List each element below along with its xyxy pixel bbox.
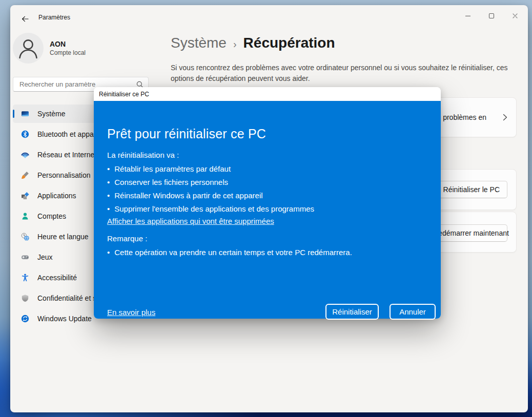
maximize-icon: [487, 12, 496, 20]
sidebar-item-label: Applications: [37, 192, 76, 200]
dialog-bullet: Conserver les fichiers personnels: [107, 176, 314, 189]
sidebar-item-label: Personnalisation: [37, 171, 91, 179]
dialog-title: Réinitialiser ce PC: [99, 91, 149, 98]
dialog-body: Prêt pour réinitialiser ce PC La réiniti…: [94, 101, 441, 319]
dialog-bullet-list: Rétablir les paramètres par défaut Conse…: [107, 162, 314, 216]
troubleshoot-card-text: problèmes en: [443, 113, 486, 121]
account-name: AON: [50, 39, 86, 49]
chevron-right-icon: [501, 113, 509, 121]
dialog-bullet: Supprimer l'ensemble des applications et…: [107, 202, 314, 216]
personalization-icon: [21, 171, 29, 179]
privacy-icon: [21, 294, 29, 302]
network-icon: [21, 151, 29, 159]
sidebar-item-label: Windows Update: [37, 315, 92, 323]
dialog-bullet: Réinstaller Windows à partir de cet appa…: [107, 189, 314, 202]
dialog-heading: Prêt pour réinitialiser ce PC: [107, 127, 266, 141]
breadcrumb-parent[interactable]: Système: [171, 35, 227, 51]
close-icon: [511, 12, 519, 20]
page-description: Si vous rencontrez des problèmes avec vo…: [171, 62, 510, 84]
sidebar-item-label: Système: [37, 110, 65, 118]
remark-label: Remarque :: [107, 234, 147, 243]
reset-pc-dialog: Réinitialiser ce PC Prêt pour réinitiali…: [94, 87, 441, 319]
remark-bullet: Cette opération va prendre un certain te…: [107, 246, 352, 259]
maximize-button[interactable]: [480, 7, 503, 25]
accounts-icon: [21, 212, 29, 220]
minimize-icon: [464, 12, 472, 20]
reset-pc-button[interactable]: Réinitialiser le PC: [436, 181, 507, 198]
accessibility-icon: [21, 274, 29, 282]
selection-indicator: [13, 110, 14, 118]
page-title: Récupération: [243, 35, 335, 51]
sidebar-item-label: Heure et langue: [37, 233, 89, 241]
dialog-titlebar: Réinitialiser ce PC: [94, 87, 441, 101]
bluetooth-icon: [21, 130, 29, 138]
avatar: [13, 33, 44, 64]
app-title: Paramètres: [38, 14, 70, 21]
sidebar-item-label: Réseau et Internet: [37, 151, 96, 159]
back-arrow-icon: [21, 15, 29, 23]
learn-more-link[interactable]: En savoir plus: [107, 308, 155, 317]
back-button[interactable]: [17, 11, 33, 27]
show-apps-link[interactable]: Afficher les applications qui vont être …: [107, 217, 274, 225]
dialog-intro: La réinitialisation va :: [107, 151, 179, 159]
breadcrumb: Système › Récupération: [171, 35, 335, 51]
account-type: Compte local: [50, 49, 86, 57]
dialog-reset-button[interactable]: Réinitialiser: [325, 304, 379, 320]
sidebar-item-label: Comptes: [37, 212, 66, 220]
minimize-button[interactable]: [456, 7, 480, 25]
apps-icon: [21, 192, 29, 200]
dialog-cancel-button[interactable]: Annuler: [390, 304, 436, 320]
system-icon: [21, 110, 29, 118]
account-header[interactable]: AON Compte local: [13, 32, 149, 65]
close-button[interactable]: [503, 7, 527, 25]
games-icon: [21, 253, 29, 261]
time-language-icon: [21, 233, 29, 241]
windows-update-icon: [21, 315, 29, 323]
sidebar-item-label: Accessibilité: [37, 274, 77, 282]
sidebar-item-label: Jeux: [37, 253, 53, 261]
dialog-bullet: Rétablir les paramètres par défaut: [107, 162, 314, 176]
breadcrumb-chevron: ›: [233, 38, 237, 50]
